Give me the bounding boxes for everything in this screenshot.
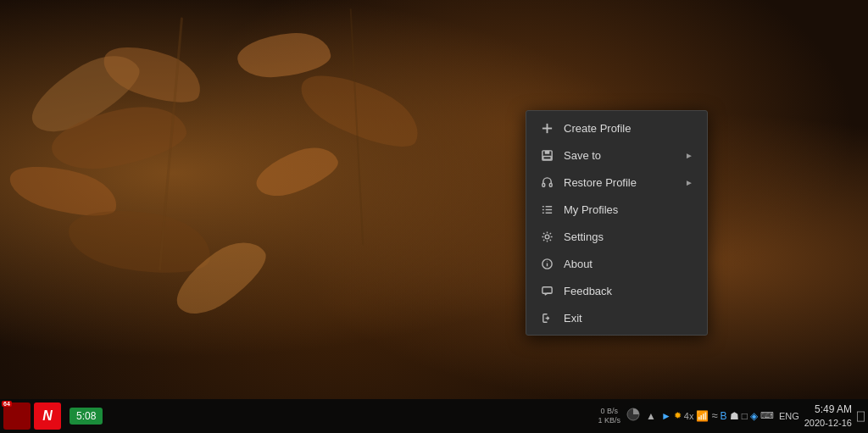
svg-rect-17	[542, 286, 551, 293]
leaf-decoration	[236, 30, 332, 80]
app-badge: 64	[2, 401, 12, 407]
menu-item-save-to[interactable]: Save to ►	[526, 142, 707, 169]
menu-item-restore-profile[interactable]: Restore Profile ►	[526, 169, 707, 196]
data-usage-icon	[626, 407, 641, 425]
svg-point-16	[547, 261, 548, 262]
menu-item-exit[interactable]: Exit	[526, 304, 707, 331]
context-menu: Create Profile Save to ► Restore Profile…	[526, 110, 708, 336]
bluetooth-icon[interactable]: B	[721, 410, 727, 422]
save-to-arrow: ►	[685, 151, 693, 160]
wifi-icon[interactable]: 📶	[696, 410, 709, 422]
timer-button[interactable]: 5:08	[70, 408, 103, 425]
menu-item-settings-label: Settings	[564, 230, 693, 243]
clock-time: 5:49 AM	[804, 403, 852, 417]
menu-item-my-profiles[interactable]: My Profiles	[526, 196, 707, 223]
tray-arrow-icon: ►	[661, 410, 671, 422]
language-indicator[interactable]: ENG	[779, 411, 799, 421]
network-speed: 0 B/s 1 KB/s	[598, 407, 621, 425]
plus-icon	[540, 121, 554, 135]
notification-icon[interactable]: ⎕	[857, 408, 865, 423]
keyboard-icon[interactable]: ⌨	[760, 410, 774, 421]
chat-icon	[540, 284, 554, 297]
gear-icon	[540, 230, 554, 243]
menu-item-feedback[interactable]: Feedback	[526, 277, 707, 304]
taskbar-center: 5:08	[70, 408, 103, 425]
menu-item-create-profile[interactable]: Create Profile	[526, 114, 707, 142]
netflix-icon[interactable]: N	[34, 402, 61, 430]
clock-date: 2020-12-16	[804, 417, 852, 429]
info-icon	[540, 257, 554, 270]
svg-point-13	[545, 235, 549, 239]
menu-item-my-profiles-label: My Profiles	[564, 203, 693, 216]
taskbar-left: 64 N	[3, 402, 61, 430]
leaf-decoration	[292, 60, 428, 160]
taskbar: 64 N 5:08 0 B/s 1 KB/s ▲ ► ✹ 4x	[0, 399, 868, 433]
tray-icon-6[interactable]: ◈	[750, 410, 758, 422]
menu-item-restore-profile-label: Restore Profile	[564, 176, 675, 189]
menu-item-about[interactable]: About	[526, 250, 707, 277]
system-tray-icons: ► ✹ 4x 📶 ≈ B ☗ □ ◈ ⌨	[661, 409, 774, 422]
app-icon-1[interactable]: 64	[3, 402, 31, 430]
svg-rect-6	[549, 183, 552, 186]
tray-icon-4[interactable]: ☗	[730, 410, 739, 422]
svg-rect-3	[544, 150, 549, 153]
menu-item-about-label: About	[564, 258, 693, 270]
restore-profile-arrow: ►	[685, 178, 693, 187]
svg-rect-5	[542, 183, 544, 186]
exit-arrow-icon	[540, 311, 554, 325]
save-icon	[540, 148, 554, 162]
leaf-decoration	[250, 139, 342, 203]
tray-icon-1[interactable]: ✹	[674, 410, 682, 421]
headphones-icon	[540, 175, 554, 189]
chevron-up-icon[interactable]: ▲	[646, 410, 656, 422]
tray-icon-5[interactable]: □	[742, 410, 748, 422]
menu-item-exit-label: Exit	[564, 312, 693, 325]
menu-item-settings[interactable]: Settings	[526, 223, 707, 250]
tray-icon-2[interactable]: 4x	[684, 411, 694, 421]
download-speed: 1 KB/s	[598, 416, 621, 425]
upload-speed: 0 B/s	[598, 407, 621, 416]
taskbar-right: 0 B/s 1 KB/s ▲ ► ✹ 4x 📶 ≈ B ☗ □ ◈ ⌨	[598, 403, 865, 429]
clock[interactable]: 5:49 AM 2020-12-16	[804, 403, 852, 429]
list-icon	[540, 203, 554, 216]
tray-icon-3[interactable]: ≈	[711, 409, 717, 422]
svg-rect-4	[542, 156, 550, 159]
menu-item-save-to-label: Save to	[564, 149, 675, 162]
desktop-background	[0, 0, 868, 433]
menu-item-create-profile-label: Create Profile	[564, 122, 693, 135]
menu-item-feedback-label: Feedback	[564, 285, 693, 297]
